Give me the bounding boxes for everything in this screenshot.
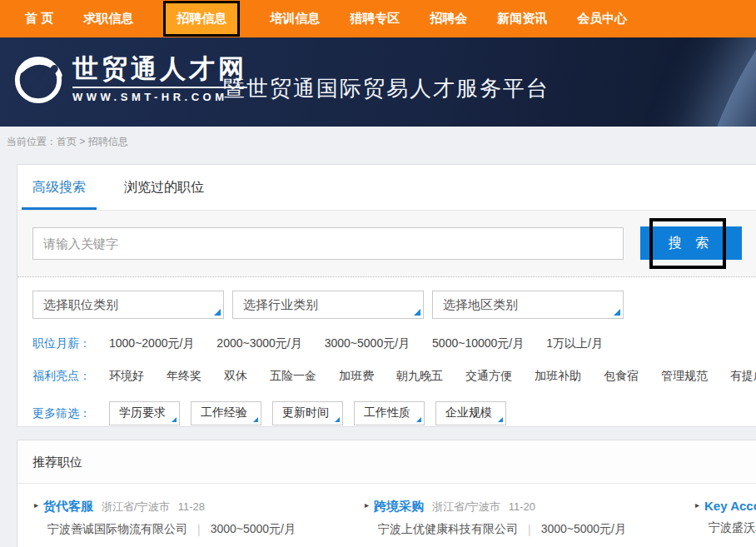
nav-item-recruitment[interactable]: 招聘信息: [163, 1, 240, 37]
job-card: 跨境采购 浙江省/宁波市 11-20 宁波上优健康科技有限公司 | 3000~5…: [348, 499, 679, 547]
nav-item-news[interactable]: 新闻资讯: [497, 11, 547, 27]
dropdown-industry-category[interactable]: 选择行业类别: [232, 291, 424, 319]
tab-viewed-positions[interactable]: 浏览过的职位: [113, 165, 215, 210]
job-salary: 3000~5000元/月: [541, 522, 626, 537]
logo-divider: [72, 87, 247, 88]
nav-item-training[interactable]: 培训信息: [270, 11, 320, 27]
job-title-link[interactable]: Key Accou: [704, 499, 756, 513]
site-logo[interactable]: 世贸通人才网 WWW.SMT-HR.COM: [12, 51, 247, 106]
salary-filter-row: 职位月薪： 1000~2000元/月 2000~3000元/月 3000~500…: [32, 336, 756, 351]
earth-horizon-image: [689, 37, 756, 127]
welfare-filter-row: 福利亮点： 环境好 年终奖 双休 五险一金 加班费 朝九晚五 交通方便 加班补助…: [32, 369, 756, 384]
recommended-jobs-title: 推荐职位: [17, 440, 756, 484]
corner-triangle-icon: [172, 417, 177, 422]
globe-icon: [12, 54, 64, 106]
filter-button-label: 学历要求: [119, 405, 166, 419]
filter-button-company-size[interactable]: 企业规模: [435, 401, 506, 425]
more-filters-label: 更多筛选：: [32, 406, 91, 421]
right-triangle-icon: [34, 500, 38, 510]
welfare-option[interactable]: 加班费: [339, 369, 374, 384]
job-card: 货代客服 浙江省/宁波市 11-28 宁波善诚国际物流有限公司 | 3000~5…: [17, 499, 348, 547]
job-company[interactable]: 宁波善诚国际物流有限公司: [47, 522, 187, 537]
job-company[interactable]: 宁波盛沃工具: [709, 520, 756, 535]
advanced-search-panel: 高级搜索 浏览过的职位 搜 索 选择职位类别 选择行业类别 选择地区类别 职位月…: [17, 164, 756, 427]
nav-item-job-seeking[interactable]: 求职信息: [83, 11, 133, 27]
filters-area: 选择职位类别 选择行业类别 选择地区类别 职位月薪： 1000~2000元/月 …: [17, 277, 756, 425]
job-separator: |: [528, 523, 531, 536]
salary-filter-label: 职位月薪：: [32, 336, 91, 351]
welfare-option[interactable]: 管理规范: [661, 369, 708, 384]
breadcrumb: 当前位置：首页 > 招聘信息: [7, 135, 128, 149]
dropdown-label: 选择行业类别: [243, 297, 318, 311]
keyword-search-bar: 搜 索: [17, 211, 756, 277]
jobs-row: 货代客服 浙江省/宁波市 11-28 宁波善诚国际物流有限公司 | 3000~5…: [17, 484, 756, 547]
corner-triangle-icon: [498, 417, 503, 422]
dropdown-label: 选择职位类别: [43, 297, 118, 311]
search-button[interactable]: 搜 索: [640, 226, 742, 260]
salary-option[interactable]: 3000~5000元/月: [325, 336, 410, 351]
tab-advanced-search[interactable]: 高级搜索: [22, 165, 97, 210]
job-location: 浙江省/宁波市: [102, 500, 170, 515]
right-triangle-icon: [695, 500, 699, 510]
search-tabs: 高级搜索 浏览过的职位: [17, 165, 756, 211]
site-header-banner: 世贸通人才网 WWW.SMT-HR.COM 暨世贸通国际贸易人才服务平台: [0, 37, 756, 127]
dropdown-label: 选择地区类别: [443, 297, 518, 311]
site-url: WWW.SMT-HR.COM: [72, 91, 247, 104]
welfare-option[interactable]: 年终奖: [167, 369, 201, 384]
job-card: Key Accou 宁波盛沃工具: [679, 499, 756, 547]
nav-item-home[interactable]: 首 页: [25, 11, 53, 27]
filter-button-label: 企业规模: [445, 405, 492, 419]
job-date: 11-28: [178, 500, 205, 513]
filter-button-label: 工作性质: [364, 405, 410, 419]
dropdown-position-category[interactable]: 选择职位类别: [32, 291, 224, 319]
nav-item-headhunting[interactable]: 猎聘专区: [350, 11, 400, 27]
site-name: 世贸通人才网: [72, 53, 247, 85]
welfare-option[interactable]: 环境好: [109, 369, 144, 384]
job-salary: 3000~5000元/月: [211, 522, 296, 537]
salary-option[interactable]: 5000~10000元/月: [432, 336, 524, 351]
dropdown-region-category[interactable]: 选择地区类别: [432, 291, 624, 319]
filter-button-label: 更新时间: [282, 405, 329, 419]
corner-triangle-icon: [253, 417, 258, 422]
job-title-link[interactable]: 跨境采购: [374, 499, 424, 515]
filter-button-experience[interactable]: 工作经验: [191, 401, 261, 425]
job-separator: |: [197, 523, 201, 536]
corner-triangle-icon: [414, 309, 420, 316]
corner-triangle-icon: [335, 417, 340, 422]
salary-option[interactable]: 2000~3000元/月: [216, 336, 301, 351]
welfare-option[interactable]: 加班补助: [535, 369, 581, 384]
top-navigation: 首 页 求职信息 招聘信息 培训信息 猎聘专区 招聘会 新闻资讯 会员中心: [0, 0, 756, 37]
nav-item-job-fair[interactable]: 招聘会: [430, 11, 467, 27]
more-filters-row: 更多筛选： 学历要求 工作经验 更新时间 工作性质 企业规模: [32, 401, 756, 425]
welfare-option[interactable]: 包食宿: [604, 369, 639, 384]
job-company[interactable]: 宁波上优健康科技有限公司: [378, 522, 518, 537]
site-tagline: 暨世贸通国际贸易人才服务平台: [223, 74, 550, 103]
recommended-jobs-panel: 推荐职位 货代客服 浙江省/宁波市 11-28 宁波善诚国际物流有限公司 | 3…: [17, 440, 756, 547]
welfare-option[interactable]: 交通方便: [465, 369, 512, 384]
welfare-option[interactable]: 有提成: [730, 369, 756, 384]
salary-option[interactable]: 1万以上/月: [546, 336, 603, 351]
category-dropdowns: 选择职位类别 选择行业类别 选择地区类别: [32, 291, 756, 319]
corner-triangle-icon: [614, 309, 620, 316]
welfare-option[interactable]: 五险一金: [270, 369, 316, 384]
welfare-option[interactable]: 双休: [224, 369, 247, 384]
job-location: 浙江省/宁波市: [432, 500, 500, 515]
filter-button-update-time[interactable]: 更新时间: [272, 401, 343, 425]
job-date: 11-20: [509, 500, 535, 513]
corner-triangle-icon: [214, 309, 221, 316]
keyword-input[interactable]: [32, 227, 624, 260]
corner-triangle-icon: [416, 417, 421, 422]
nav-item-member-center[interactable]: 会员中心: [577, 11, 627, 27]
filter-button-label: 工作经验: [201, 405, 247, 419]
filter-button-education[interactable]: 学历要求: [109, 401, 180, 425]
salary-option[interactable]: 1000~2000元/月: [109, 336, 194, 351]
welfare-option[interactable]: 朝九晚五: [396, 369, 443, 384]
job-title-link[interactable]: 货代客服: [43, 499, 93, 515]
welfare-filter-label: 福利亮点：: [32, 369, 91, 384]
right-triangle-icon: [365, 500, 369, 510]
filter-button-job-nature[interactable]: 工作性质: [354, 401, 425, 425]
